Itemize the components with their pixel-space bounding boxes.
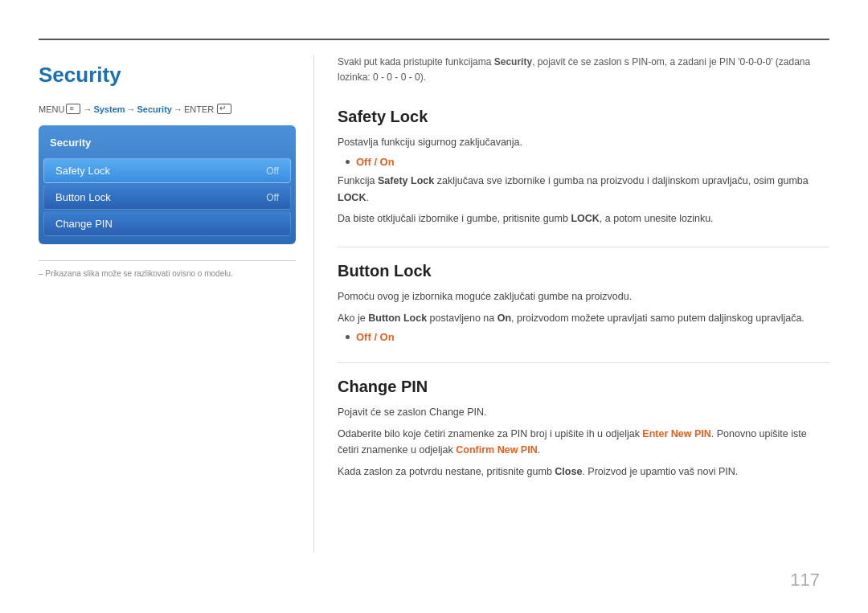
button-lock-desc2: Ako je Button Lock postavljeno na On, pr… (338, 310, 829, 327)
change-pin-desc3: Kada zaslon za potvrdu nestane, pritisni… (338, 464, 829, 480)
safety-lock-section: Safety Lock Postavlja funkciju sigurnog … (338, 108, 829, 227)
button-lock-title: Button Lock (338, 262, 829, 280)
button-lock-options: Off / On (346, 331, 829, 343)
menu-item-button-lock-label: Button Lock (55, 191, 111, 203)
button-lock-desc1: Pomoću ovog je izbornika moguće zaključa… (338, 288, 829, 305)
menu-item-safety-lock-value: Off (266, 166, 279, 177)
safety-lock-options: Off / On (346, 156, 829, 168)
breadcrumb-menu: MENU (39, 104, 64, 114)
bullet-dot (346, 160, 350, 164)
page-title: Security (39, 63, 296, 88)
menu-item-button-lock[interactable]: Button Lock Off (43, 185, 291, 210)
menu-item-change-pin[interactable]: Change PIN (43, 211, 291, 236)
right-panel: Svaki put kada pristupite funkcijama Sec… (338, 55, 829, 500)
change-pin-title: Change PIN (338, 378, 829, 396)
divider-2 (338, 362, 829, 363)
breadcrumb-security[interactable]: Security (137, 104, 172, 114)
button-lock-off-on: Off / On (356, 331, 395, 343)
image-note: – Prikazana slika može se razlikovati ov… (39, 260, 296, 278)
menu-icon (66, 104, 80, 114)
safety-lock-desc3: Da biste otključali izbornike i gumbe, p… (338, 210, 829, 227)
left-panel: Security MENU → System → Security → ENTE… (39, 55, 296, 278)
vertical-divider (313, 55, 314, 553)
arrow-3: → (174, 104, 182, 114)
breadcrumb-enter: ENTER (184, 104, 214, 114)
change-pin-section: Change PIN Pojavit će se zaslon Change P… (338, 378, 829, 480)
safety-lock-off-on: Off / On (356, 156, 395, 168)
change-pin-desc2: Odaberite bilo koje četiri znamenke za P… (338, 426, 829, 459)
menu-item-safety-lock[interactable]: Safety Lock Off (43, 158, 291, 183)
button-lock-section: Button Lock Pomoću ovog je izbornika mog… (338, 262, 829, 343)
menu-header: Security (39, 132, 296, 157)
enter-icon (217, 104, 231, 114)
page-number: 117 (790, 570, 820, 591)
intro-text: Svaki put kada pristupite funkcijama Sec… (338, 55, 829, 85)
safety-lock-desc1: Postavlja funkciju sigurnog zaključavanj… (338, 134, 829, 151)
bullet-dot-2 (346, 335, 350, 339)
breadcrumb: MENU → System → Security → ENTER (39, 104, 296, 114)
divider-1 (338, 247, 829, 247)
menu-item-safety-lock-label: Safety Lock (55, 165, 110, 177)
change-pin-desc1: Pojavit će se zaslon Change PIN. (338, 404, 829, 421)
safety-lock-desc2: Funkcija Safety Lock zaključava sve izbo… (338, 173, 829, 206)
security-menu: Security Safety Lock Off Button Lock Off… (39, 125, 296, 244)
top-border (39, 39, 829, 40)
safety-lock-title: Safety Lock (338, 108, 829, 126)
breadcrumb-system[interactable]: System (93, 104, 125, 114)
menu-item-change-pin-label: Change PIN (55, 218, 113, 230)
menu-item-button-lock-value: Off (266, 192, 279, 203)
arrow-1: → (83, 104, 92, 114)
arrow-2: → (127, 104, 136, 114)
